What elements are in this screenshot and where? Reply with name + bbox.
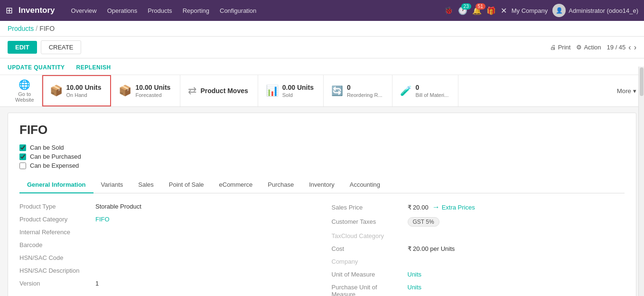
cost-label: Cost xyxy=(332,245,403,252)
uom-value[interactable]: Units xyxy=(408,271,422,278)
grid-menu-icon[interactable]: ⊞ xyxy=(6,5,13,16)
pagination: 19 / 45 ‹ › xyxy=(607,43,636,52)
on-hand-icon: 📦 xyxy=(50,85,63,97)
app-brand: Inventory xyxy=(19,6,55,15)
barcode-row: Barcode xyxy=(19,241,313,248)
product-type-value: Storable Product xyxy=(95,203,141,210)
purchase-uom-value[interactable]: Units xyxy=(408,284,422,291)
breadcrumb-current: FIFO xyxy=(39,25,55,32)
menu-configuration[interactable]: Configuration xyxy=(215,4,261,17)
version-value: 1 xyxy=(95,280,99,287)
topnav-icons: 🐞 🕐 23 🔔 51 🎁 ✕ My Company 👤 Administrat… xyxy=(444,4,638,17)
next-page-button[interactable]: › xyxy=(634,43,636,52)
chevron-down-icon: ▾ xyxy=(633,87,636,95)
action-bar: EDIT CREATE 🖨 Print ⚙ Action 19 / 45 ‹ › xyxy=(0,37,644,58)
units-sold-button[interactable]: 📊 0.00 Units Sold xyxy=(258,75,324,106)
can-be-purchased-row: Can be Purchased xyxy=(8,152,636,161)
product-title: FIFO xyxy=(8,113,636,143)
customer-taxes-label: Customer Taxes xyxy=(332,218,403,225)
internal-ref-row: Internal Reference xyxy=(19,229,313,236)
can-be-expensed-label: Can be Expensed xyxy=(30,162,79,169)
can-be-expensed-checkbox[interactable] xyxy=(19,162,26,169)
general-info-section: Product Type Storable Product Product Ca… xyxy=(8,193,636,296)
bom-icon: 🧪 xyxy=(400,85,412,96)
internal-ref-label: Internal Reference xyxy=(19,229,91,236)
user-menu[interactable]: 👤 Administrator (odoo14_e) xyxy=(552,4,638,17)
tab-general-information[interactable]: General Information xyxy=(19,177,93,193)
customer-taxes-row: Customer Taxes GST 5% xyxy=(332,217,625,227)
gst-badge[interactable]: GST 5% xyxy=(408,217,439,227)
smart-links-bar: UPDATE QUANTITY REPLENISH xyxy=(0,58,644,75)
forecasted-button[interactable]: 📦 10.00 Units Forecasted xyxy=(111,75,180,106)
hsn-desc-label: HSN/SAC Description xyxy=(19,267,91,274)
user-name: Administrator (odoo14_e) xyxy=(569,7,638,14)
top-menu: Overview Operations Products Reporting C… xyxy=(66,4,441,17)
sales-price-row: Sales Price ₹ 20.00 → Extra Prices xyxy=(332,203,625,211)
can-be-sold-checkbox[interactable] xyxy=(19,144,26,151)
company-row: Company xyxy=(332,258,625,265)
product-category-value[interactable]: FIFO xyxy=(95,216,110,223)
menu-products[interactable]: Products xyxy=(143,4,177,17)
menu-operations[interactable]: Operations xyxy=(103,4,142,17)
breadcrumb-separator: / xyxy=(36,25,37,32)
close-icon[interactable]: ✕ xyxy=(501,6,507,15)
replenish-link[interactable]: REPLENISH xyxy=(76,60,117,75)
tab-inventory[interactable]: Inventory xyxy=(301,177,342,193)
breadcrumb-parent[interactable]: Products xyxy=(8,25,34,32)
sales-price-value: ₹ 20.00 xyxy=(408,204,429,211)
reordering-icon: 🔄 xyxy=(331,85,343,96)
tab-accounting[interactable]: Accounting xyxy=(342,177,388,193)
bell-badge: 51 xyxy=(476,3,485,10)
action-button[interactable]: ⚙ Action xyxy=(576,44,601,51)
scroll-thumb[interactable] xyxy=(640,67,644,96)
tab-purchase[interactable]: Purchase xyxy=(260,177,301,193)
gear-icon: ⚙ xyxy=(576,44,582,51)
can-be-purchased-label: Can be Purchased xyxy=(30,153,81,160)
print-button[interactable]: 🖨 Print xyxy=(550,44,571,51)
purchase-uom-label: Purchase Unit ofMeasure xyxy=(332,284,403,296)
bug-icon[interactable]: 🐞 xyxy=(444,6,453,15)
go-to-website-button[interactable]: 🌐 Go toWebsite xyxy=(8,75,42,106)
tab-point-of-sale[interactable]: Point of Sale xyxy=(161,177,212,193)
company-name: My Company xyxy=(512,7,548,14)
create-button[interactable]: CREATE xyxy=(41,40,82,54)
price-row: ₹ 20.00 → Extra Prices xyxy=(408,203,475,211)
tab-variants[interactable]: Variants xyxy=(93,177,131,193)
units-sold-text: 0.00 Units Sold xyxy=(282,83,314,98)
scrollbar[interactable] xyxy=(638,67,644,296)
arrow-icon: → xyxy=(432,203,440,211)
left-column: Product Type Storable Product Product Ca… xyxy=(19,203,313,296)
can-be-purchased-checkbox[interactable] xyxy=(19,153,26,160)
product-moves-text: Product Moves xyxy=(200,86,248,95)
menu-reporting[interactable]: Reporting xyxy=(178,4,214,17)
product-type-row: Product Type Storable Product xyxy=(19,203,313,210)
globe-icon: 🌐 xyxy=(19,79,30,90)
gift-icon[interactable]: 🎁 xyxy=(486,6,496,15)
prev-page-button[interactable]: ‹ xyxy=(628,43,631,52)
forecasted-text: 10.00 Units Forecasted xyxy=(135,83,170,98)
can-be-sold-row: Can be Sold xyxy=(8,143,636,152)
menu-overview[interactable]: Overview xyxy=(66,4,102,17)
uom-label: Unit of Measure xyxy=(332,271,403,278)
extra-prices-link[interactable]: → Extra Prices xyxy=(432,203,475,211)
bell-icon[interactable]: 🔔 51 xyxy=(472,6,482,15)
cost-row: Cost ₹ 20.00 per Units xyxy=(332,245,625,252)
user-avatar: 👤 xyxy=(552,4,566,17)
tab-ecommerce[interactable]: eCommerce xyxy=(212,177,261,193)
on-hand-button[interactable]: 📦 10.00 Units On Hand xyxy=(42,75,112,106)
reordering-text: 0 Reordering R... xyxy=(347,83,383,98)
purchase-uom-row: Purchase Unit ofMeasure Units xyxy=(332,284,625,296)
breadcrumb: Products / FIFO xyxy=(0,21,644,37)
main-content: FIFO Can be Sold Can be Purchased Can be… xyxy=(8,113,636,296)
reordering-button[interactable]: 🔄 0 Reordering R... xyxy=(324,75,392,106)
clock-icon[interactable]: 🕐 23 xyxy=(458,6,467,15)
barcode-label: Barcode xyxy=(19,241,91,248)
tab-sales[interactable]: Sales xyxy=(131,177,161,193)
product-moves-button[interactable]: ⇄ Product Moves xyxy=(180,75,258,106)
product-category-row: Product Category FIFO xyxy=(19,216,313,223)
bom-button[interactable]: 🧪 0 Bill of Materi... xyxy=(392,75,459,106)
edit-button[interactable]: EDIT xyxy=(8,41,37,54)
hsn-sac-row: HSN/SAC Code xyxy=(19,254,313,261)
action-bar-right: 🖨 Print ⚙ Action 19 / 45 ‹ › xyxy=(550,43,636,52)
update-quantity-link[interactable]: UPDATE QUANTITY xyxy=(8,60,71,75)
